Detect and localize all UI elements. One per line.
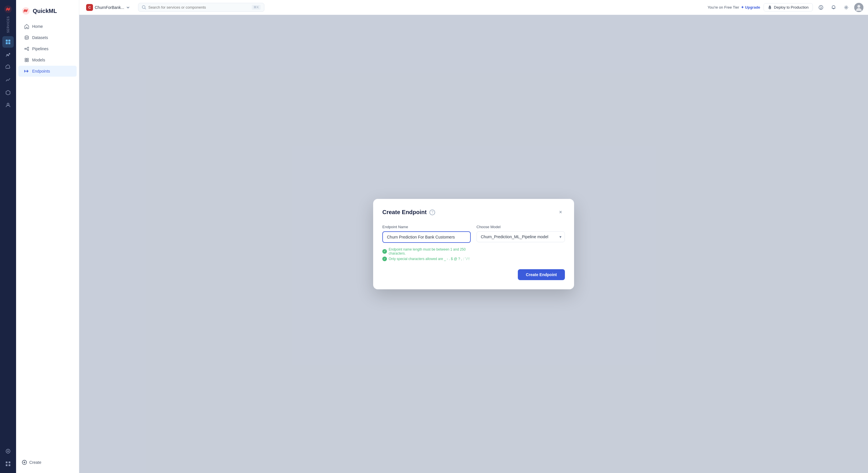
rail-item-cloud[interactable]: [2, 61, 14, 73]
sidebar-item-home[interactable]: Home: [19, 21, 76, 32]
svg-rect-14: [6, 464, 7, 466]
validation-item-1: ✓ Only special characters allowed are _ …: [382, 257, 471, 261]
deploy-label: Deploy to Production: [774, 5, 809, 9]
create-endpoint-modal: Create Endpoint ? × Endpoint Name ✓ Endp…: [373, 199, 574, 289]
svg-line-21: [26, 48, 28, 49]
sidebar-nav: Home Datasets Pipelines Models Endpoints: [16, 21, 79, 77]
icon-rail: Services: [0, 0, 16, 473]
deploy-to-production-button[interactable]: Deploy to Production: [764, 3, 813, 11]
svg-point-18: [25, 48, 26, 50]
create-label: Create: [29, 460, 41, 465]
svg-point-9: [7, 103, 9, 105]
create-button-sidebar[interactable]: Create: [22, 460, 73, 465]
search-bar[interactable]: ⌘K: [138, 3, 265, 12]
validation-text-1: Only special characters allowed are _ - …: [389, 257, 469, 261]
endpoint-name-label: Endpoint Name: [382, 225, 471, 229]
sidebar-bottom: Create: [16, 456, 79, 468]
topbar-right: You're on Free Tier ✦ Upgrade Deploy to …: [708, 3, 863, 12]
validation-item-0: ✓ Endpoint name length must be between 1…: [382, 247, 471, 255]
modal-header: Create Endpoint ? ×: [382, 208, 565, 217]
rail-item-apps[interactable]: [2, 458, 14, 470]
svg-rect-26: [27, 60, 28, 62]
search-shortcut: ⌘K: [252, 5, 260, 10]
settings-button[interactable]: [842, 3, 851, 12]
sidebar-item-endpoints-label: Endpoints: [32, 69, 50, 73]
sidebar-item-models[interactable]: Models: [19, 55, 76, 65]
svg-point-33: [770, 7, 770, 7]
model-select-wrapper: Churn_Prediction_ML_Pipeline model ▾: [476, 231, 565, 242]
project-selector[interactable]: C ChurnForBank...: [84, 3, 132, 12]
validation-list: ✓ Endpoint name length must be between 1…: [382, 247, 471, 261]
svg-line-22: [26, 49, 28, 50]
modal-footer: Create Endpoint: [382, 269, 565, 280]
sidebar-item-home-label: Home: [32, 24, 43, 29]
sidebar-item-endpoints[interactable]: Endpoints: [19, 66, 76, 76]
svg-point-35: [820, 8, 821, 9]
free-tier-text: You're on Free Tier: [708, 5, 739, 9]
sidebar-item-datasets-label: Datasets: [32, 35, 48, 40]
rail-item-plugin[interactable]: [2, 87, 14, 98]
brand-name: QuickML: [33, 8, 57, 14]
svg-point-5: [7, 55, 8, 55]
rail-item-chart[interactable]: [2, 49, 14, 60]
svg-rect-25: [25, 60, 26, 62]
rail-item-users[interactable]: [2, 99, 14, 111]
sidebar-item-models-label: Models: [32, 58, 45, 62]
svg-point-7: [9, 53, 10, 54]
sidebar-item-pipelines[interactable]: Pipelines: [19, 43, 76, 54]
svg-rect-15: [9, 464, 10, 466]
modal-help-icon[interactable]: ?: [429, 210, 435, 215]
svg-rect-4: [8, 42, 10, 44]
modal-title-row: Create Endpoint ?: [382, 209, 435, 216]
modal-close-button[interactable]: ×: [556, 208, 565, 217]
choose-model-group: Choose Model Churn_Prediction_ML_Pipelin…: [476, 225, 565, 261]
validation-check-1: ✓: [382, 257, 387, 261]
sidebar-item-pipelines-label: Pipelines: [32, 46, 49, 51]
rail-item-analytics[interactable]: [2, 74, 14, 86]
svg-marker-8: [6, 90, 10, 95]
free-tier-badge: You're on Free Tier ✦ Upgrade: [708, 5, 760, 9]
svg-point-0: [4, 5, 12, 13]
svg-point-11: [7, 451, 9, 452]
svg-point-31: [142, 6, 145, 9]
rail-item-grid[interactable]: [2, 36, 14, 48]
main-area: C ChurnForBank... ⌘K You're on Free Tier…: [79, 0, 868, 473]
svg-point-20: [28, 50, 29, 51]
endpoint-name-group: Endpoint Name ✓ Endpoint name length mus…: [382, 225, 471, 261]
svg-point-17: [25, 36, 28, 37]
search-icon: [142, 5, 146, 9]
modal-title: Create Endpoint: [382, 209, 427, 216]
svg-rect-23: [25, 58, 26, 60]
validation-text-0: Endpoint name length must be between 1 a…: [389, 247, 471, 255]
model-select[interactable]: Churn_Prediction_ML_Pipeline model: [476, 231, 565, 242]
content-area: 🧑 the published models. Create Endpoint …: [79, 15, 868, 473]
upgrade-link[interactable]: ✦ Upgrade: [741, 5, 760, 9]
help-button[interactable]: [816, 3, 826, 12]
rail-item-tool[interactable]: [2, 445, 14, 457]
services-label: Services: [7, 16, 10, 33]
rocket-icon: [768, 5, 772, 9]
sidebar-item-datasets[interactable]: Datasets: [19, 32, 76, 43]
svg-rect-12: [6, 462, 7, 463]
validation-check-0: ✓: [382, 249, 387, 254]
user-avatar[interactable]: [854, 3, 863, 12]
svg-rect-1: [6, 40, 8, 42]
chevron-down-icon: [126, 5, 130, 9]
svg-rect-24: [27, 58, 28, 60]
svg-point-38: [857, 5, 860, 8]
topbar: C ChurnForBank... ⌘K You're on Free Tier…: [79, 0, 868, 15]
svg-rect-2: [8, 40, 10, 42]
notifications-button[interactable]: [829, 3, 838, 12]
search-input[interactable]: [148, 5, 250, 9]
modal-overlay: Create Endpoint ? × Endpoint Name ✓ Endp…: [79, 15, 868, 473]
svg-point-6: [8, 55, 9, 56]
svg-rect-13: [9, 462, 10, 463]
svg-rect-3: [6, 42, 8, 44]
sidebar: QuickML Home Datasets Pipelines Models E…: [16, 0, 79, 473]
endpoint-name-input[interactable]: [382, 231, 471, 243]
choose-model-label: Choose Model: [476, 225, 565, 229]
project-avatar: C: [86, 4, 93, 11]
logo-icon[interactable]: [2, 3, 14, 15]
svg-line-32: [145, 8, 146, 9]
create-endpoint-modal-button[interactable]: Create Endpoint: [518, 269, 565, 280]
